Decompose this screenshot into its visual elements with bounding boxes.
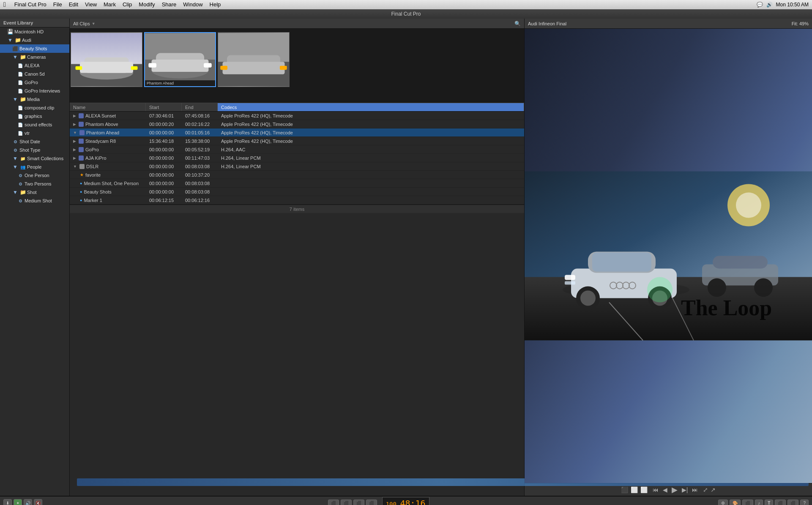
import-btn[interactable]: ⬇ xyxy=(3,499,12,505)
list-row[interactable]: ▶Steadycam R8 15:36:40:18 15:38:38:00 Ap… xyxy=(70,137,524,145)
sidebar-item-vtr[interactable]: 📄 vtr xyxy=(0,129,69,137)
generator-btn[interactable]: ⬛ xyxy=(775,500,786,505)
cameras-folder-icon: 📁 xyxy=(19,54,26,60)
preview-prev-btn[interactable]: ◀ xyxy=(663,486,667,493)
effect-btn[interactable]: ⬛ xyxy=(787,500,798,505)
cell-name: ▶Phantom Above xyxy=(70,122,146,127)
list-row[interactable]: ▶AJA KiPro 00:00:00:00 00:11:47:03 H.264… xyxy=(70,154,524,162)
expand-icon: ▼ xyxy=(73,131,77,135)
menu-clip[interactable]: Clip xyxy=(119,0,135,9)
menubar-right: 💬 🔊 Mon 10:50 AM xyxy=(757,2,809,8)
sidebar-item-canon5d[interactable]: 📄 Canon 5d xyxy=(0,70,69,78)
preview-layout-btn2[interactable]: ⬜ xyxy=(631,486,638,493)
timecode-value: 100 xyxy=(386,501,396,505)
sidebar-item-medium-shot[interactable]: ⚙ Medium Shot xyxy=(0,197,69,205)
inspector-btn[interactable]: ⚙ xyxy=(718,500,728,505)
svg-rect-6 xyxy=(131,66,138,70)
menu-mark[interactable]: Mark xyxy=(100,0,119,9)
menu-modify[interactable]: Modify xyxy=(135,0,158,9)
sidebar-label-two-persons: Two Persons xyxy=(25,181,52,186)
solo-btn[interactable]: 🔇 xyxy=(34,499,42,505)
list-row-sub[interactable]: ● Marker 1 00:06:12:15 00:06:12:16 xyxy=(70,196,524,205)
list-row[interactable]: ▶ALEXA Sunset 07:30:46:01 07:45:08:16 Ap… xyxy=(70,112,524,120)
transition-btn[interactable]: ⬛ xyxy=(742,500,753,505)
sidebar-item-shot[interactable]: ▼ 📁 Shot xyxy=(0,188,69,197)
preview-next-btn[interactable]: ▶| xyxy=(682,486,688,493)
preview-go-start-btn[interactable]: ⏮ xyxy=(653,486,659,493)
main-layout: Event Library 💾 Macintosh HD ▼ 📁 Audi ⬛ … xyxy=(0,19,812,496)
preview-zoom-btn[interactable]: ⬜ xyxy=(640,486,648,493)
menu-help[interactable]: Help xyxy=(206,0,224,9)
event-icon: ⬛ xyxy=(12,45,19,52)
blue-dot-icon: ● xyxy=(80,181,82,186)
camera-icon xyxy=(79,147,84,152)
expand-icon: ▶ xyxy=(73,147,76,152)
menu-view[interactable]: View xyxy=(82,0,100,9)
volume-icon: 🔊 xyxy=(766,2,773,8)
menu-window[interactable]: Window xyxy=(180,0,206,9)
sidebar-item-graphics[interactable]: 📄 graphics xyxy=(0,112,69,120)
preview-go-end-btn[interactable]: ⏭ xyxy=(692,486,698,493)
title-btn[interactable]: T xyxy=(765,500,773,505)
sidebar-item-two-persons[interactable]: ⚙ Two Persons xyxy=(0,180,69,188)
menu-edit[interactable]: Edit xyxy=(66,0,82,9)
sidebar-item-audi[interactable]: ▼ 📁 Audi xyxy=(0,36,69,44)
list-row-sub[interactable]: ★ favorite 00:00:00:00 00:10:37:20 xyxy=(70,171,524,179)
sidebar-item-smart-collections[interactable]: ▼ 📁 Smart Collections xyxy=(0,154,69,163)
search-icon[interactable]: 🔍 xyxy=(514,21,521,27)
sidebar-item-sound-effects[interactable]: 📄 sound effects xyxy=(0,120,69,129)
clip-thumbnails-area: Phantom Ahead xyxy=(70,29,524,103)
preview-fullscreen-btn[interactable]: ⤢ xyxy=(703,486,708,493)
cell-name: ● Marker 1 xyxy=(70,198,146,203)
sidebar-item-composed-clip[interactable]: 📄 composed clip xyxy=(0,104,69,112)
list-row-sub[interactable]: ● Medium Shot, One Person 00:00:00:00 00… xyxy=(70,179,524,188)
sidebar-item-shot-type[interactable]: ⚙ Shot Type xyxy=(0,146,69,154)
sidebar-header: Event Library xyxy=(0,19,69,27)
folder-row-icon xyxy=(79,164,85,169)
menu-share[interactable]: Share xyxy=(159,0,180,9)
menu-finalcutpro[interactable]: Final Cut Pro xyxy=(11,0,50,9)
sidebar-item-media[interactable]: ▼ 📁 Media xyxy=(0,95,69,104)
sidebar-item-cameras[interactable]: ▼ 📁 Cameras xyxy=(0,53,69,61)
tool-blade-btn[interactable]: ⬛ xyxy=(341,500,352,505)
list-row[interactable]: ▶GoPro 00:00:00:00 00:05:52:19 H.264, AA… xyxy=(70,145,524,154)
clip-thumb-2[interactable]: Phantom Ahead xyxy=(144,32,216,87)
apple-menu-icon[interactable]:  xyxy=(3,1,6,8)
shot-folder-icon: ▼ xyxy=(12,189,19,196)
preview-play-btn[interactable]: ▶ xyxy=(672,485,678,494)
clip-browser-toolbar: All Clips ▼ 🔍 xyxy=(70,19,524,29)
audio-btn[interactable]: ♪ xyxy=(755,500,763,505)
clip-thumb-3[interactable] xyxy=(218,32,290,87)
preview-layout-btn[interactable]: ⬛ xyxy=(621,486,628,493)
list-row-sub[interactable]: ● Beauty Shots 00:00:00:00 00:08:03:08 xyxy=(70,188,524,196)
audio-skim-btn[interactable]: 🔊 xyxy=(24,499,32,505)
color-btn[interactable]: 🎨 xyxy=(730,500,741,505)
sidebar-label-medium-shot: Medium Shot xyxy=(25,198,52,203)
sidebar-item-beauty-shots[interactable]: ⬛ Beauty Shots xyxy=(0,44,69,53)
tool-position-btn[interactable]: ⬛ xyxy=(366,500,377,505)
list-row[interactable]: ▶Phantom Above 00:00:00:20 00:02:16:22 A… xyxy=(70,120,524,128)
tool-snap-btn[interactable]: ⬛ xyxy=(328,500,339,505)
list-row-selected[interactable]: ▼Phantom Ahead 00:00:00:00 00:01:05:16 A… xyxy=(70,128,524,137)
menu-file[interactable]: File xyxy=(50,0,66,9)
svg-point-43 xyxy=(754,278,773,297)
list-row[interactable]: ▼DSLR 00:00:00:00 00:08:03:08 H.264, Lin… xyxy=(70,162,524,171)
all-clips-arrow[interactable]: ▼ xyxy=(92,22,96,26)
sidebar-item-alexa[interactable]: 📄 ALEXA xyxy=(0,61,69,70)
sidebar-item-people[interactable]: ▼ 👥 People xyxy=(0,163,69,171)
plugin-btn[interactable]: ? xyxy=(800,500,809,505)
tool-zoom-btn[interactable]: ⬛ xyxy=(353,500,364,505)
sidebar-item-shot-date[interactable]: ⚙ Shot Date xyxy=(0,137,69,146)
sidebar-item-one-person[interactable]: ⚙ One Person xyxy=(0,171,69,180)
cell-start: 07:30:46:01 xyxy=(146,113,182,118)
preview-export-btn[interactable]: ↗ xyxy=(711,486,716,493)
sidebar-item-gopro[interactable]: 📄 GoPro xyxy=(0,78,69,87)
sidebar-item-macintosh-hd[interactable]: 💾 Macintosh HD xyxy=(0,27,69,36)
skim-btn[interactable]: ✦ xyxy=(14,499,22,505)
clip-thumb-1[interactable] xyxy=(71,32,142,87)
expand-icon: ▶ xyxy=(73,122,76,126)
all-clips-label[interactable]: All Clips xyxy=(73,21,90,26)
sidebar-item-gopro-interviews[interactable]: 📄 GoPro Interviews xyxy=(0,87,69,95)
cell-start: 00:00:00:00 xyxy=(146,172,182,177)
sidebar-label-gopro-interviews: GoPro Interviews xyxy=(25,88,60,93)
